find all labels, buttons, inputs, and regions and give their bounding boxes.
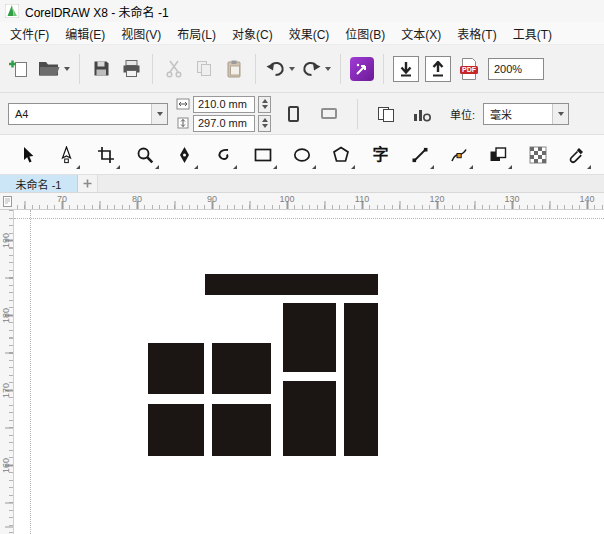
ruler-origin-icon[interactable] — [0, 193, 14, 210]
menu-object[interactable]: 对象(C) — [224, 25, 281, 42]
rectangle-tool[interactable] — [248, 140, 278, 170]
import-button[interactable] — [390, 51, 422, 87]
cut-button[interactable] — [159, 51, 189, 87]
canvas-area: 190 180 170 160 — [0, 210, 604, 534]
menu-bitmaps[interactable]: 位图(B) — [337, 25, 393, 42]
page-height-field[interactable]: 297.0 mm — [193, 115, 255, 132]
artwork-top-bar[interactable] — [205, 274, 378, 295]
rectangle-icon — [254, 147, 272, 163]
menu-table[interactable]: 表格(T) — [449, 25, 504, 42]
eyedropper-tool[interactable] — [562, 140, 592, 170]
pdf-icon: PDF — [458, 57, 480, 81]
artwork-left-square[interactable] — [148, 343, 271, 456]
redo-button[interactable] — [298, 51, 334, 87]
artwork-white-stripe — [336, 303, 344, 456]
toolbox: 字 — [0, 135, 604, 175]
units-select[interactable]: 毫米 — [483, 103, 569, 125]
menu-view[interactable]: 视图(V) — [113, 25, 169, 42]
all-pages-button[interactable] — [372, 98, 400, 130]
print-icon — [121, 59, 142, 78]
artwork-white-stripe — [148, 394, 271, 404]
ruler-label: 90 — [207, 194, 217, 204]
document-tab[interactable]: 未命名 -1 — [0, 175, 78, 192]
print-button[interactable] — [116, 51, 146, 87]
page-height-spinner[interactable] — [258, 115, 271, 132]
page-size-value: A4 — [9, 108, 151, 120]
artwork-right-square[interactable] — [283, 303, 378, 456]
page-width-field[interactable]: 210.0 mm — [193, 96, 255, 113]
app-launcher-button[interactable] — [347, 51, 377, 87]
menu-text[interactable]: 文本(X) — [393, 25, 449, 42]
plus-icon — [83, 179, 92, 188]
copy-button[interactable] — [189, 51, 219, 87]
pen-nib-icon — [177, 146, 192, 164]
interactive-fill-tool[interactable] — [483, 140, 513, 170]
ruler-label: 110 — [355, 194, 369, 204]
export-icon — [425, 56, 451, 82]
export-button[interactable] — [422, 51, 454, 87]
undo-dropdown-caret-icon — [289, 67, 295, 71]
page-width-spinner[interactable] — [258, 96, 271, 113]
checkerboard-icon — [529, 146, 547, 164]
text-tool[interactable]: 字 — [366, 140, 396, 170]
line-icon — [411, 146, 429, 164]
all-pages-icon — [376, 105, 396, 123]
save-button[interactable] — [86, 51, 116, 87]
connector-tool[interactable] — [444, 140, 474, 170]
paste-button[interactable] — [219, 51, 249, 87]
connector-curve-icon — [450, 146, 468, 164]
ruler-label: 140 — [579, 194, 594, 204]
current-page-icon — [412, 105, 432, 123]
menu-layout[interactable]: 布局(L) — [169, 25, 224, 42]
page-size-dropdown-caret-icon — [151, 104, 167, 124]
page-width-icon — [176, 98, 190, 110]
redo-dropdown-caret-icon — [325, 67, 331, 71]
menu-edit[interactable]: 编辑(E) — [57, 25, 113, 42]
current-page-button[interactable] — [408, 98, 436, 130]
crop-tool-icon — [97, 146, 115, 164]
vertical-ruler[interactable]: 190 180 170 160 — [0, 210, 14, 534]
shape-tool[interactable] — [51, 140, 81, 170]
zoom-level-select[interactable]: 200% — [488, 58, 544, 80]
add-page-button[interactable] — [78, 175, 98, 192]
ellipse-tool[interactable] — [287, 140, 317, 170]
new-document-icon — [8, 59, 30, 79]
toolbar-separator — [152, 54, 153, 84]
ruler-label: 130 — [504, 194, 519, 204]
menu-tools[interactable]: 工具(T) — [505, 25, 560, 42]
menu-file[interactable]: 文件(F) — [2, 25, 57, 42]
transparency-tool[interactable] — [523, 140, 553, 170]
page-top-edge — [14, 218, 604, 219]
toolbar-separator — [383, 54, 384, 84]
crop-tool[interactable] — [91, 140, 121, 170]
landscape-button[interactable] — [315, 98, 343, 130]
portrait-button[interactable] — [279, 98, 307, 130]
zoom-tool[interactable] — [130, 140, 160, 170]
ruler-label: 120 — [429, 194, 444, 204]
undo-button[interactable] — [262, 51, 298, 87]
pick-tool-icon — [20, 146, 35, 164]
drawing-canvas[interactable] — [14, 210, 604, 534]
bspline-tool[interactable] — [208, 140, 238, 170]
coreldraw-window: CorelDRAW X8 - 未命名 -1 文件(F) 编辑(E) 视图(V) … — [0, 0, 604, 534]
save-icon — [92, 59, 111, 78]
horizontal-ruler[interactable]: 70 80 90 100 110 120 130 140 — [0, 193, 604, 210]
new-document-button[interactable] — [4, 51, 34, 87]
redo-icon — [301, 60, 322, 77]
polygon-icon — [332, 146, 350, 163]
publish-pdf-button[interactable]: PDF — [454, 51, 484, 87]
open-document-button[interactable] — [34, 51, 73, 87]
page-size-select[interactable]: A4 — [8, 103, 168, 125]
overlapping-squares-icon — [489, 146, 507, 164]
pick-tool[interactable] — [12, 140, 42, 170]
undo-icon — [265, 60, 286, 77]
standard-toolbar: PDF 200% — [0, 45, 604, 93]
app-launcher-icon — [350, 57, 374, 81]
menu-effects[interactable]: 效果(C) — [281, 25, 338, 42]
copy-icon — [195, 59, 213, 78]
open-folder-icon — [37, 59, 61, 78]
line-tool[interactable] — [405, 140, 435, 170]
toolbar-separator — [340, 54, 341, 84]
freehand-tool[interactable] — [169, 140, 199, 170]
polygon-tool[interactable] — [326, 140, 356, 170]
